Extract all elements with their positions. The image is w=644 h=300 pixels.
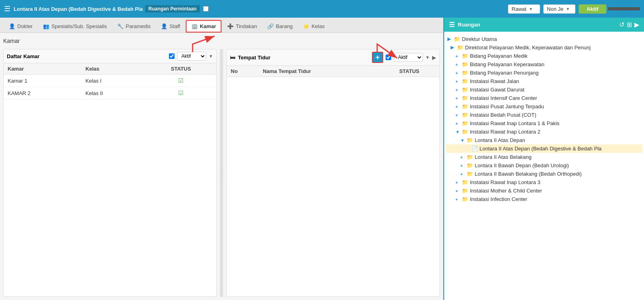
folder-icon: 📁 <box>467 154 473 160</box>
aktif-button[interactable]: Aktif <box>579 4 606 14</box>
tree-toggle[interactable]: + <box>455 87 462 92</box>
tree-item[interactable]: +📁Instalasi Bedah Pusat (COT) <box>446 111 642 119</box>
tree-item[interactable]: ▶📁Direktur Utama <box>446 35 642 43</box>
daftar-kamar-filter-checkbox[interactable] <box>169 53 175 59</box>
menu-icon[interactable]: ☰ <box>4 4 10 13</box>
daftar-kamar-title: Daftar Kamar <box>7 53 167 59</box>
folder-icon: 📁 <box>462 188 468 194</box>
folder-icon: 📁 <box>457 45 463 51</box>
tree-item[interactable]: +📁Instalasi Infection Center <box>446 195 642 203</box>
tree-toggle[interactable]: + <box>460 172 467 176</box>
tree-item[interactable]: +📁Lontara II Bawah Depan (Bedah Urologi) <box>446 161 642 170</box>
tree-toggle[interactable]: ▼ <box>455 130 462 134</box>
daftar-kamar-table-container: Kamar Kelas STATUS Kamar 1 Kelas I ☑ KAM… <box>4 63 216 296</box>
tree-item[interactable]: ▶📁Direktorat Pelayanan Medik, Keperawata… <box>446 43 642 52</box>
status-checked-icon: ☑ <box>178 77 183 84</box>
tree-item[interactable]: +📁Instalasi Pusat Jantung Terpadu <box>446 102 642 111</box>
tree-toggle[interactable]: + <box>460 163 467 168</box>
tree-toggle[interactable]: + <box>455 189 462 193</box>
tree-toggle[interactable]: + <box>455 121 462 126</box>
ruangan-refresh-button[interactable]: ↺ <box>619 21 624 28</box>
tab-dokter[interactable]: 👤 Dokter <box>4 20 37 32</box>
tree-item[interactable]: +📁Instalasi Rawat Inap Lontara 3 <box>446 178 642 186</box>
ruangan-permintaan-badge: Ruangan Permintaan <box>145 5 200 12</box>
tree-toggle[interactable]: ▶ <box>451 45 457 50</box>
tree-toggle[interactable]: + <box>455 54 462 59</box>
tree-toggle[interactable]: + <box>455 62 462 67</box>
tempat-tidur-next-arrow[interactable]: ▶ <box>432 55 436 61</box>
tab-staff[interactable]: 👤 Staff <box>156 20 185 32</box>
right-panel: ☰ Ruangan ↺ ⊞ ▶ ▶📁Direktur Utama▶📁Direkt… <box>443 18 644 300</box>
tree-item[interactable]: +📁Instalasi Rawat Jalan <box>446 77 642 85</box>
tab-tindakan[interactable]: ➕ Tindakan <box>222 20 262 32</box>
kelas-icon: ⭐ <box>303 23 309 29</box>
tree-item-label: Bidang Pelayanan Medik <box>470 53 528 59</box>
tree-toggle[interactable]: + <box>460 155 467 160</box>
ruangan-grid-button[interactable]: ⊞ <box>627 21 632 28</box>
col-status: STATUS <box>146 63 216 75</box>
tree-item[interactable]: +📁Lontara II Bawah Belakang (Bedah Ortho… <box>446 170 642 178</box>
dokter-icon: 👤 <box>9 23 15 29</box>
folder-icon: 📁 <box>462 129 468 135</box>
tree-item[interactable]: ▼📁Lontara II Atas Depan <box>446 136 642 144</box>
daftar-kamar-expand-arrow[interactable]: ▼ <box>209 54 213 59</box>
tree-item[interactable]: +📁Bidang Pelayanan Keperawatan <box>446 60 642 69</box>
table-row[interactable]: Kamar 1 Kelas I ☑ <box>4 75 216 87</box>
tempat-tidur-filter-checkbox[interactable] <box>386 55 391 60</box>
tree-item[interactable]: +📁Bidang Pelayanan Penunjang <box>446 69 642 77</box>
tree-item-label: Lontara II Atas Belakang <box>475 154 532 160</box>
tree-item[interactable]: +📁Instalasi Gawat Darurat <box>446 85 642 94</box>
tab-barang[interactable]: 🔗 Barang <box>262 20 297 32</box>
table-row[interactable]: KAMAR 2 Kelas II ☑ <box>4 87 216 99</box>
tempat-tidur-table-container: No Nama Tempat Tidur STATUS <box>227 66 439 296</box>
daftar-kamar-filter-select[interactable]: Aktif Semua <box>177 52 206 61</box>
tree-item[interactable]: +📁Lontara II Atas Belakang <box>446 153 642 161</box>
tempat-tidur-add-button[interactable]: + <box>372 52 383 63</box>
cell-kamar: Kamar 1 <box>4 75 81 87</box>
tab-kamar-label: Kamar <box>200 23 216 29</box>
panel-resize-handle[interactable]: ⋮ <box>220 49 223 297</box>
tree-item-label: Direktur Utama <box>462 36 497 42</box>
tempat-tidur-filter-select[interactable]: Aktif Semua <box>394 53 423 62</box>
tree-item[interactable]: +📁Instalasi Rawat Inap Lontara 1 & Pakis <box>446 119 642 128</box>
tree-item[interactable]: +📁Instalasi Intensif Care Center <box>446 94 642 102</box>
kamar-icon: 🏢 <box>191 23 198 29</box>
tempat-tidur-header-bar: 🛏 Tempat Tidur + Aktif Semua ▼ ▶ <box>227 49 439 66</box>
ruangan-tree: ▶📁Direktur Utama▶📁Direktorat Pelayanan M… <box>444 32 644 300</box>
staff-icon: 👤 <box>161 23 167 29</box>
tree-toggle[interactable]: + <box>455 96 462 101</box>
tree-toggle[interactable]: + <box>455 180 462 185</box>
tree-item-label: Lontara II Bawah Belakang (Bedah Orthope… <box>475 171 582 177</box>
dark-button[interactable] <box>608 7 640 10</box>
tree-item[interactable]: +📁Bidang Pelayanan Medik <box>446 52 642 60</box>
tab-dokter-label: Dokter <box>17 23 33 29</box>
tree-toggle[interactable]: + <box>455 197 462 202</box>
tab-kamar[interactable]: 🏢 Kamar <box>186 20 221 32</box>
tab-paramedis[interactable]: 🔧 Paramedis <box>112 20 155 32</box>
ruangan-expand-button[interactable]: ▶ <box>634 21 639 28</box>
folder-icon: 📁 <box>467 162 473 168</box>
tab-kelas[interactable]: ⭐ Kelas <box>298 20 329 32</box>
nonje-dropdown-arrow: ▼ <box>566 7 570 11</box>
col-kamar: Kamar <box>4 63 81 75</box>
nonje-dropdown[interactable]: Non Je ▼ <box>543 4 575 14</box>
tree-toggle[interactable]: + <box>455 113 462 118</box>
tree-item[interactable]: +📁Instalasi Mother & Child Center <box>446 186 642 195</box>
ruangan-permintaan-checkbox[interactable] <box>203 6 209 12</box>
tree-item[interactable]: 📄Lontara II Atas Depan (Bedah Digestive … <box>446 144 642 153</box>
tree-toggle[interactable]: + <box>455 79 462 84</box>
tree-toggle[interactable]: + <box>455 71 462 75</box>
tree-item-label: Bidang Pelayanan Keperawatan <box>470 61 544 67</box>
tree-toggle[interactable]: + <box>455 104 462 109</box>
daftar-kamar-header-bar: Daftar Kamar Aktif Semua ▼ <box>4 49 216 63</box>
tab-barang-label: Barang <box>276 23 293 29</box>
tree-item[interactable]: ▼📁Instalasi Rawat Inap Lontara 2 <box>446 128 642 136</box>
tab-spesialis[interactable]: 👥 Spesialis/Sub. Spesialis <box>38 20 112 32</box>
folder-icon: 📁 <box>462 112 468 118</box>
folder-icon: 📁 <box>462 53 468 59</box>
tree-toggle[interactable]: ▼ <box>460 138 467 143</box>
rawat-dropdown[interactable]: Rawat ▼ <box>508 4 540 14</box>
tree-toggle[interactable]: ▶ <box>447 36 454 42</box>
tempat-tidur-expand-arrow[interactable]: ▼ <box>425 55 430 60</box>
tab-spesialis-label: Spesialis/Sub. Spesialis <box>51 23 107 29</box>
